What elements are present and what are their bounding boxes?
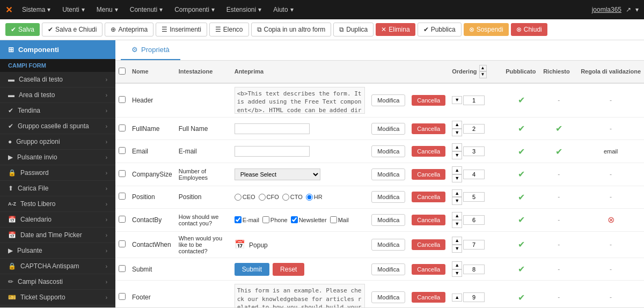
order-down-button[interactable]: ▼ — [452, 220, 462, 228]
order-down-button[interactable]: ▼ — [452, 96, 462, 104]
ordering-input[interactable] — [463, 215, 485, 225]
sidebar-item-ticket[interactable]: 🎫 Ticket Supporto › — [0, 290, 115, 305]
row-checkbox[interactable] — [119, 193, 126, 200]
pubblicato-check[interactable]: ✔ — [518, 147, 525, 156]
sidebar-item-pulsante-invio[interactable]: ▶ Pulsante invio › — [0, 150, 115, 165]
anteprima-button[interactable]: ⊕ Anteprima — [105, 23, 153, 36]
modifica-button[interactable]: Modifica — [371, 145, 405, 157]
ordering-input[interactable] — [463, 170, 485, 179]
sidebar-item-carica-file[interactable]: ⬆ Carica File › — [0, 181, 115, 196]
order-down-button[interactable]: ▼ — [452, 151, 462, 159]
sidebar-item-campi-nascosti[interactable]: ✏ Campi Nascosti › — [0, 274, 115, 290]
ordering-input[interactable] — [463, 292, 485, 302]
nav-utenti[interactable]: Utenti ▾ — [57, 3, 90, 17]
modifica-button[interactable]: Modifica — [371, 191, 405, 203]
pubblicato-check[interactable]: ✔ — [518, 293, 525, 302]
nav-estensioni[interactable]: Estensioni ▾ — [221, 3, 267, 17]
cancella-button[interactable]: Cancella — [412, 239, 445, 250]
ordering-input[interactable] — [463, 192, 485, 202]
pubblicato-check[interactable]: ✔ — [518, 240, 525, 249]
submit-preview-button[interactable]: Submit — [235, 263, 269, 276]
radio-cto[interactable]: CTO — [282, 194, 303, 201]
nav-aiuto[interactable]: Aiuto ▾ — [268, 3, 298, 17]
email-preview-input[interactable] — [235, 146, 310, 157]
richiesto-check[interactable]: ✔ — [555, 147, 562, 156]
validazione-red-check[interactable]: ⊗ — [608, 215, 614, 224]
cb-phone[interactable]: Phone — [262, 216, 288, 223]
elimina-button[interactable]: ✕ Elimina — [376, 23, 415, 36]
modifica-button[interactable]: Modifica — [371, 263, 405, 275]
modifica-button[interactable]: Modifica — [371, 291, 405, 303]
user-menu-icon[interactable]: ▾ — [635, 6, 639, 13]
salva-chiudi-button[interactable]: ✔ Salva e Chiudi — [42, 23, 103, 36]
inserimenti-button[interactable]: ☰ Inserimenti — [156, 23, 207, 36]
cancella-button[interactable]: Cancella — [412, 123, 445, 134]
pubblicato-check[interactable]: ✔ — [518, 96, 525, 105]
radio-hr[interactable]: HR — [306, 194, 323, 201]
cancella-button[interactable]: Cancella — [412, 215, 445, 225]
ordering-input[interactable] — [463, 96, 485, 105]
cancella-button[interactable]: Cancella — [412, 192, 445, 202]
cancella-button[interactable]: Cancella — [412, 169, 445, 180]
sidebar-item-tendina[interactable]: ✔ Tendina › — [0, 103, 115, 119]
order-down-button[interactable]: ▼ — [452, 197, 462, 205]
elenco-button[interactable]: ☰ Elenco — [209, 23, 249, 36]
pubblicato-check[interactable]: ✔ — [518, 215, 525, 224]
pubblicato-check[interactable]: ✔ — [518, 124, 525, 133]
order-down-button[interactable]: ▼ — [452, 269, 462, 277]
order-up-button[interactable]: ▲ — [452, 143, 462, 151]
cancella-button[interactable]: Cancella — [412, 264, 445, 275]
order-up-button[interactable]: ▲ — [452, 212, 462, 220]
pubblica-button[interactable]: ✔ Pubblica — [418, 23, 462, 36]
order-up-button[interactable]: ▲ — [452, 121, 462, 129]
reset-preview-button[interactable]: Reset — [273, 263, 304, 276]
order-up-button[interactable]: ▲ — [452, 237, 462, 245]
sort-asc-button[interactable]: ▲ — [479, 65, 487, 71]
cancella-button[interactable]: Cancella — [412, 95, 445, 106]
modifica-button[interactable]: Modifica — [371, 94, 405, 106]
companysize-preview-select[interactable]: Please Select — [235, 168, 320, 180]
modifica-button[interactable]: Modifica — [371, 123, 405, 135]
modifica-button[interactable]: Modifica — [371, 239, 405, 251]
sidebar-item-testo-libero[interactable]: A-Z Testo Libero › — [0, 196, 115, 212]
nav-menu[interactable]: Menu ▾ — [91, 3, 123, 17]
row-checkbox[interactable] — [119, 147, 126, 154]
order-down-button[interactable]: ▼ — [452, 174, 462, 182]
sidebar-item-calendario[interactable]: 📅 Calendario › — [0, 212, 115, 228]
duplica-button[interactable]: ⧉ Duplica — [333, 23, 374, 36]
modifica-button[interactable]: Modifica — [371, 168, 405, 180]
username[interactable]: joomla365 — [592, 6, 621, 13]
pubblicato-check[interactable]: ✔ — [518, 193, 525, 202]
sidebar-item-pulsante[interactable]: ▶ Pulsante › — [0, 243, 115, 259]
order-down-button[interactable]: ▼ — [452, 129, 462, 137]
pubblicato-check[interactable]: ✔ — [518, 170, 525, 179]
cancella-button[interactable]: Cancella — [412, 292, 445, 303]
ordering-input[interactable] — [463, 265, 485, 274]
order-up-button[interactable]: ▲ — [452, 189, 462, 197]
modifica-button[interactable]: Modifica — [371, 214, 405, 226]
richiesto-check[interactable]: ✔ — [555, 124, 562, 133]
row-checkbox[interactable] — [119, 265, 126, 272]
cb-mail[interactable]: Mail — [330, 216, 349, 223]
order-up-button[interactable]: ▲ — [452, 294, 462, 302]
sidebar-item-area[interactable]: ▬ Area di testo › — [0, 87, 115, 103]
radio-ceo[interactable]: CEO — [235, 194, 255, 201]
tab-proprieta[interactable]: ⚙ Proprietà — [121, 40, 180, 60]
copia-button[interactable]: ⧉ Copia in un altro form — [251, 23, 332, 36]
order-up-button[interactable]: ▲ — [452, 166, 462, 174]
row-checkbox[interactable] — [119, 240, 126, 247]
salva-button[interactable]: ✔ Salva — [5, 23, 40, 36]
select-all-checkbox[interactable] — [119, 68, 126, 75]
fullname-preview-input[interactable] — [235, 123, 310, 134]
ordering-input[interactable] — [463, 240, 485, 250]
sidebar-item-datetime[interactable]: 📅 Date and Time Picker › — [0, 228, 115, 243]
row-checkbox[interactable] — [119, 170, 126, 177]
nav-componenti[interactable]: Componenti ▾ — [169, 3, 220, 17]
row-checkbox[interactable] — [119, 293, 126, 300]
nav-sistema[interactable]: Sistema ▾ — [17, 3, 56, 17]
sidebar-item-gruppo-opzioni[interactable]: ● Gruppo opzioni › — [0, 134, 115, 150]
cancella-button[interactable]: Cancella — [412, 146, 445, 157]
order-down-button[interactable]: ▼ — [452, 245, 462, 253]
sospendi-button[interactable]: ⊗ Sospendi — [464, 23, 509, 36]
row-checkbox[interactable] — [119, 124, 126, 131]
